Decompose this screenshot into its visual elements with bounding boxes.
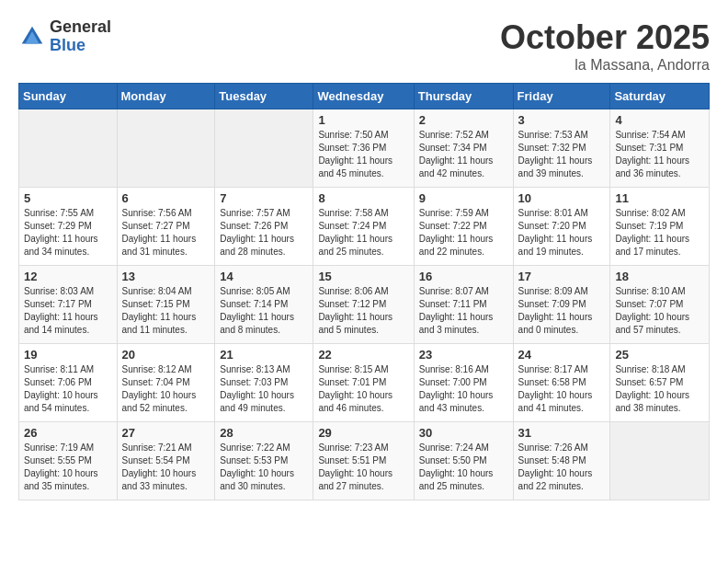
day-number: 5: [24, 191, 112, 205]
logo: General Blue: [18, 18, 111, 55]
day-info: Sunrise: 7:22 AM Sunset: 5:53 PM Dayligh…: [220, 442, 308, 493]
logo-general: General: [50, 18, 111, 37]
day-info: Sunrise: 8:18 AM Sunset: 6:57 PM Dayligh…: [615, 363, 704, 415]
day-number: 4: [615, 113, 704, 127]
header-day-wednesday: Wednesday: [313, 84, 414, 109]
logo-text: General Blue: [50, 18, 111, 55]
day-number: 11: [615, 191, 704, 205]
calendar-body: 1Sunrise: 7:50 AM Sunset: 7:36 PM Daylig…: [19, 109, 710, 500]
calendar-cell: 8Sunrise: 7:58 AM Sunset: 7:24 PM Daylig…: [313, 188, 414, 266]
day-number: 28: [220, 426, 308, 440]
day-info: Sunrise: 8:13 AM Sunset: 7:03 PM Dayligh…: [220, 363, 308, 415]
location: la Massana, Andorra: [500, 57, 710, 74]
day-info: Sunrise: 8:02 AM Sunset: 7:19 PM Dayligh…: [615, 207, 704, 259]
calendar-cell: 19Sunrise: 8:11 AM Sunset: 7:06 PM Dayli…: [19, 344, 118, 422]
calendar-cell: 6Sunrise: 7:56 AM Sunset: 7:27 PM Daylig…: [117, 188, 215, 266]
calendar-header: SundayMondayTuesdayWednesdayThursdayFrid…: [19, 84, 710, 109]
calendar-cell: 10Sunrise: 8:01 AM Sunset: 7:20 PM Dayli…: [513, 188, 610, 266]
day-info: Sunrise: 7:24 AM Sunset: 5:50 PM Dayligh…: [419, 442, 508, 493]
day-number: 12: [24, 270, 112, 283]
calendar-week-1: 5Sunrise: 7:55 AM Sunset: 7:29 PM Daylig…: [19, 188, 710, 266]
day-number: 31: [518, 426, 606, 440]
calendar-cell: 12Sunrise: 8:03 AM Sunset: 7:17 PM Dayli…: [19, 266, 118, 344]
calendar-cell: 22Sunrise: 8:15 AM Sunset: 7:01 PM Dayli…: [313, 344, 414, 422]
day-info: Sunrise: 7:56 AM Sunset: 7:27 PM Dayligh…: [122, 207, 210, 259]
calendar-cell: 7Sunrise: 7:57 AM Sunset: 7:26 PM Daylig…: [215, 188, 313, 266]
day-info: Sunrise: 7:58 AM Sunset: 7:24 PM Dayligh…: [318, 207, 408, 259]
day-info: Sunrise: 7:19 AM Sunset: 5:55 PM Dayligh…: [24, 442, 112, 493]
header-day-monday: Monday: [117, 84, 215, 109]
day-info: Sunrise: 8:03 AM Sunset: 7:17 PM Dayligh…: [24, 285, 112, 337]
calendar-cell: 3Sunrise: 7:53 AM Sunset: 7:32 PM Daylig…: [513, 109, 610, 188]
calendar-cell: 16Sunrise: 8:07 AM Sunset: 7:11 PM Dayli…: [414, 266, 513, 344]
calendar-cell: 14Sunrise: 8:05 AM Sunset: 7:14 PM Dayli…: [215, 266, 313, 344]
calendar-cell: 27Sunrise: 7:21 AM Sunset: 5:54 PM Dayli…: [117, 422, 215, 500]
calendar-cell: 4Sunrise: 7:54 AM Sunset: 7:31 PM Daylig…: [610, 109, 710, 188]
day-number: 18: [615, 270, 704, 283]
calendar-cell: 13Sunrise: 8:04 AM Sunset: 7:15 PM Dayli…: [117, 266, 215, 344]
calendar-week-3: 19Sunrise: 8:11 AM Sunset: 7:06 PM Dayli…: [19, 344, 710, 422]
calendar-week-2: 12Sunrise: 8:03 AM Sunset: 7:17 PM Dayli…: [19, 266, 710, 344]
header-day-saturday: Saturday: [610, 84, 710, 109]
title-area: October 2025 la Massana, Andorra: [500, 18, 710, 74]
calendar-cell: 25Sunrise: 8:18 AM Sunset: 6:57 PM Dayli…: [610, 344, 710, 422]
calendar-cell: 31Sunrise: 7:26 AM Sunset: 5:48 PM Dayli…: [513, 422, 610, 500]
calendar-cell: [117, 109, 215, 188]
day-number: 17: [518, 270, 606, 283]
day-number: 2: [419, 113, 508, 127]
day-info: Sunrise: 8:09 AM Sunset: 7:09 PM Dayligh…: [518, 285, 606, 337]
calendar-cell: [215, 109, 313, 188]
calendar-cell: [610, 422, 710, 500]
calendar-week-4: 26Sunrise: 7:19 AM Sunset: 5:55 PM Dayli…: [19, 422, 710, 500]
day-number: 13: [122, 270, 210, 283]
month-title: October 2025: [500, 18, 710, 57]
calendar-week-0: 1Sunrise: 7:50 AM Sunset: 7:36 PM Daylig…: [19, 109, 710, 188]
header-day-friday: Friday: [513, 84, 610, 109]
calendar-cell: 5Sunrise: 7:55 AM Sunset: 7:29 PM Daylig…: [19, 188, 118, 266]
day-info: Sunrise: 8:01 AM Sunset: 7:20 PM Dayligh…: [518, 207, 606, 259]
day-number: 6: [122, 191, 210, 205]
day-info: Sunrise: 8:10 AM Sunset: 7:07 PM Dayligh…: [615, 285, 704, 337]
day-info: Sunrise: 8:16 AM Sunset: 7:00 PM Dayligh…: [419, 363, 508, 415]
page-header: General Blue October 2025 la Massana, An…: [18, 18, 710, 74]
day-number: 26: [24, 426, 112, 440]
header-day-sunday: Sunday: [19, 84, 118, 109]
calendar-cell: 24Sunrise: 8:17 AM Sunset: 6:58 PM Dayli…: [513, 344, 610, 422]
day-info: Sunrise: 8:15 AM Sunset: 7:01 PM Dayligh…: [318, 363, 408, 415]
day-number: 15: [318, 270, 408, 283]
day-info: Sunrise: 7:59 AM Sunset: 7:22 PM Dayligh…: [419, 207, 508, 259]
day-number: 19: [24, 348, 112, 362]
day-number: 1: [318, 113, 408, 127]
header-row: SundayMondayTuesdayWednesdayThursdayFrid…: [19, 84, 710, 109]
day-number: 14: [220, 270, 308, 283]
day-number: 16: [419, 270, 508, 283]
day-info: Sunrise: 7:57 AM Sunset: 7:26 PM Dayligh…: [220, 207, 308, 259]
calendar-cell: 21Sunrise: 8:13 AM Sunset: 7:03 PM Dayli…: [215, 344, 313, 422]
day-number: 3: [518, 113, 606, 127]
day-number: 7: [220, 191, 308, 205]
day-info: Sunrise: 8:05 AM Sunset: 7:14 PM Dayligh…: [220, 285, 308, 337]
day-number: 23: [419, 348, 508, 362]
calendar-cell: 17Sunrise: 8:09 AM Sunset: 7:09 PM Dayli…: [513, 266, 610, 344]
calendar-cell: 9Sunrise: 7:59 AM Sunset: 7:22 PM Daylig…: [414, 188, 513, 266]
day-number: 29: [318, 426, 408, 440]
day-number: 10: [518, 191, 606, 205]
header-day-tuesday: Tuesday: [215, 84, 313, 109]
calendar-cell: 30Sunrise: 7:24 AM Sunset: 5:50 PM Dayli…: [414, 422, 513, 500]
day-info: Sunrise: 7:21 AM Sunset: 5:54 PM Dayligh…: [122, 442, 210, 493]
day-info: Sunrise: 8:11 AM Sunset: 7:06 PM Dayligh…: [24, 363, 112, 415]
calendar-cell: 15Sunrise: 8:06 AM Sunset: 7:12 PM Dayli…: [313, 266, 414, 344]
header-day-thursday: Thursday: [414, 84, 513, 109]
calendar-cell: 11Sunrise: 8:02 AM Sunset: 7:19 PM Dayli…: [610, 188, 710, 266]
calendar-cell: 26Sunrise: 7:19 AM Sunset: 5:55 PM Dayli…: [19, 422, 118, 500]
day-number: 22: [318, 348, 408, 362]
day-number: 27: [122, 426, 210, 440]
day-info: Sunrise: 7:50 AM Sunset: 7:36 PM Dayligh…: [318, 129, 408, 180]
calendar-cell: 23Sunrise: 8:16 AM Sunset: 7:00 PM Dayli…: [414, 344, 513, 422]
day-number: 30: [419, 426, 508, 440]
day-info: Sunrise: 7:23 AM Sunset: 5:51 PM Dayligh…: [318, 442, 408, 493]
calendar-table: SundayMondayTuesdayWednesdayThursdayFrid…: [18, 83, 710, 500]
day-number: 25: [615, 348, 704, 362]
day-number: 24: [518, 348, 606, 362]
day-number: 20: [122, 348, 210, 362]
